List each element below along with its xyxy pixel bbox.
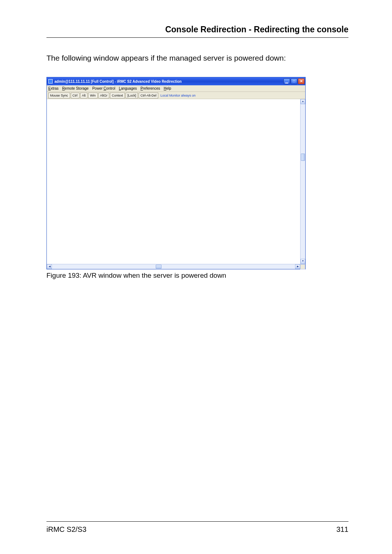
ctrl-alt-del-button[interactable]: Ctrl-Alt-Del <box>139 93 158 98</box>
toolbar: Mouse Sync Ctrl Alt Win AltGr Context [L… <box>47 92 305 99</box>
win-button[interactable]: Win <box>88 93 98 98</box>
page-header-title: Console Redirection - Redirecting the co… <box>46 25 348 37</box>
menu-help[interactable]: Help <box>164 86 171 90</box>
scroll-right-arrow-icon[interactable]: ▶ <box>295 264 300 269</box>
menubar: Extras Remote Storage Power Control Lang… <box>47 85 305 92</box>
menu-remote-storage[interactable]: Remote Storage <box>62 86 89 90</box>
intro-text: The following window appears if the mana… <box>46 54 348 62</box>
alt-button[interactable]: Alt <box>80 93 88 98</box>
vertical-scroll-thumb[interactable] <box>301 154 305 161</box>
minimize-button[interactable]: ▁ <box>283 78 290 84</box>
scroll-up-arrow-icon[interactable]: ▲ <box>301 99 305 104</box>
menu-languages[interactable]: Languages <box>119 86 137 90</box>
vertical-scrollbar[interactable]: ▲ ▼ <box>300 99 305 264</box>
menu-power-control[interactable]: Power Control <box>92 86 115 90</box>
scroll-left-arrow-icon[interactable]: ◀ <box>47 264 52 269</box>
horizontal-scroll-thumb[interactable] <box>156 265 162 269</box>
altgr-button[interactable]: AltGr <box>98 93 110 98</box>
context-button[interactable]: Context <box>110 93 125 98</box>
footer-page-number: 311 <box>336 525 348 534</box>
figure-caption: Figure 193: AVR window when the server i… <box>46 272 348 280</box>
mouse-sync-button[interactable]: Mouse Sync <box>48 93 70 98</box>
window-title-text: admin@111.11.11.11 [Full Control] - iRMC… <box>54 80 283 83</box>
footer-rule <box>46 521 348 522</box>
header-rule <box>46 37 348 38</box>
scroll-down-arrow-icon[interactable]: ▼ <box>301 259 305 264</box>
lock-button[interactable]: [Lock] <box>126 93 138 98</box>
horizontal-scrollbar[interactable]: ◀ ▶ <box>47 264 305 269</box>
ctrl-button[interactable]: Ctrl <box>71 93 79 98</box>
footer-product: iRMC S2/S3 <box>46 525 86 534</box>
window-titlebar[interactable]: admin@111.11.11.11 [Full Control] - iRMC… <box>47 77 305 85</box>
local-monitor-status: Local Monitor always on <box>160 94 196 97</box>
close-button[interactable]: ✕ <box>298 78 305 84</box>
window-controls: ▁ □ ✕ <box>283 78 305 84</box>
menu-extras[interactable]: Extras <box>48 86 58 90</box>
scroll-corner <box>300 264 305 269</box>
avr-window: admin@111.11.11.11 [Full Control] - iRMC… <box>46 77 306 269</box>
video-content-area: ▲ ▼ ◀ ▶ <box>47 99 305 269</box>
page-footer: iRMC S2/S3 311 <box>46 521 348 534</box>
menu-preferences[interactable]: Preferences <box>140 86 160 90</box>
maximize-button[interactable]: □ <box>291 78 297 84</box>
app-icon <box>48 79 53 83</box>
